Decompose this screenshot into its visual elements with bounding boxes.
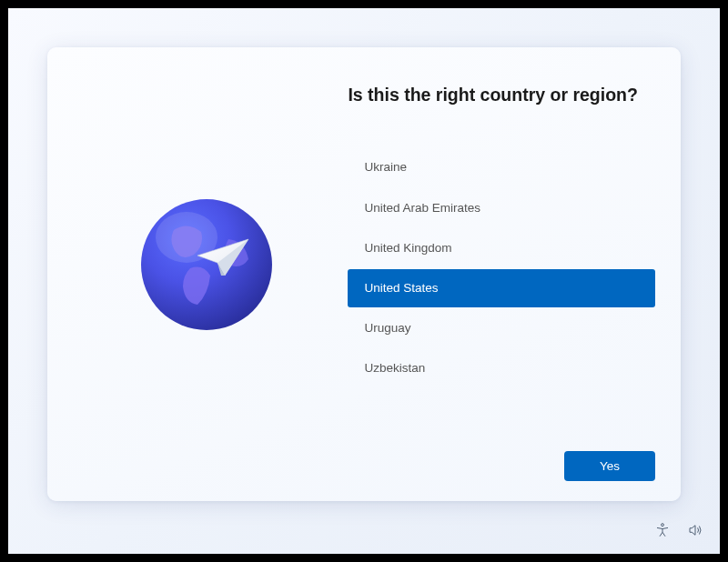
accessibility-icon[interactable] <box>654 522 671 542</box>
page-title: Is this the right country or region? <box>348 84 655 106</box>
country-label: Uzbekistan <box>364 361 425 375</box>
volume-icon[interactable] <box>687 522 703 542</box>
country-item-uzbekistan[interactable]: Uzbekistan <box>348 349 655 387</box>
country-label: United Arab Emirates <box>364 201 480 215</box>
country-item-us[interactable]: United States <box>348 269 655 307</box>
country-item-ukraine[interactable]: Ukraine <box>348 148 655 186</box>
illustration-column <box>73 84 340 481</box>
country-label: Ukraine <box>364 160 407 174</box>
globe-paper-plane-icon <box>137 196 276 334</box>
oobe-backdrop: Is this the right country or region? Ukr… <box>8 8 720 554</box>
yes-button[interactable]: Yes <box>564 451 655 481</box>
taskbar-corner-icons <box>654 522 703 542</box>
content-column: Is this the right country or region? Ukr… <box>340 84 655 481</box>
country-list: Ukraine United Arab Emirates United King… <box>348 148 655 387</box>
country-label: United States <box>364 281 438 295</box>
country-label: United Kingdom <box>364 241 451 255</box>
oobe-card: Is this the right country or region? Ukr… <box>47 47 681 501</box>
country-item-uruguay[interactable]: Uruguay <box>348 309 655 347</box>
country-item-uae[interactable]: United Arab Emirates <box>348 189 655 227</box>
svg-point-2 <box>662 524 664 527</box>
country-label: Uruguay <box>364 321 410 335</box>
country-item-uk[interactable]: United Kingdom <box>348 229 655 267</box>
action-row: Yes <box>348 440 655 481</box>
